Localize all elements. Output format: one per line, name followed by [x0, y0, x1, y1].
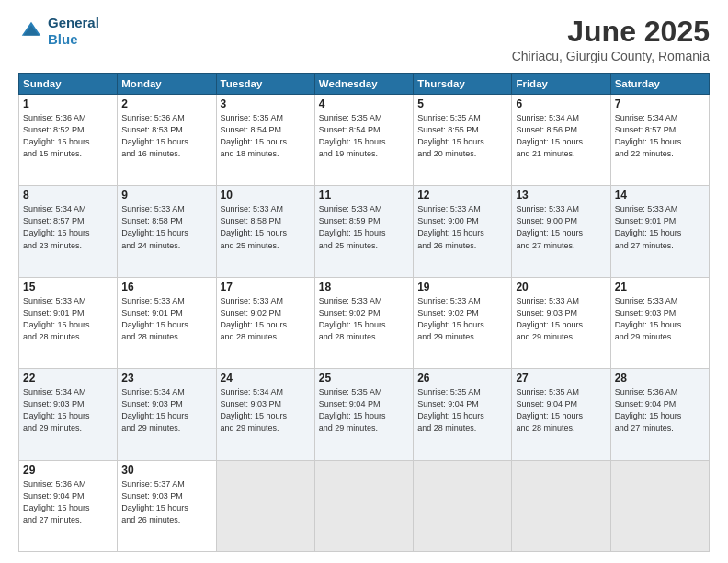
day-info: Sunrise: 5:33 AM Sunset: 8:58 PM Dayligh…	[121, 203, 211, 251]
day-number: 27	[516, 372, 606, 385]
title-block: June 2025 Chiriacu, Giurgiu County, Roma…	[512, 15, 710, 63]
day-info: Sunrise: 5:33 AM Sunset: 9:01 PM Dayligh…	[23, 295, 113, 343]
logo-icon	[18, 18, 44, 44]
day-info: Sunrise: 5:35 AM Sunset: 8:55 PM Dayligh…	[417, 112, 507, 160]
day-number: 28	[615, 372, 705, 385]
table-row	[414, 460, 512, 551]
table-row: 27Sunrise: 5:35 AM Sunset: 9:04 PM Dayli…	[512, 369, 610, 460]
calendar-row: 1Sunrise: 5:36 AM Sunset: 8:52 PM Daylig…	[19, 95, 710, 186]
day-number: 24	[221, 372, 311, 385]
table-row: 4Sunrise: 5:35 AM Sunset: 8:54 PM Daylig…	[314, 95, 413, 186]
table-row: 22Sunrise: 5:34 AM Sunset: 9:03 PM Dayli…	[19, 369, 118, 460]
table-row: 28Sunrise: 5:36 AM Sunset: 9:04 PM Dayli…	[610, 369, 709, 460]
day-number: 6	[516, 98, 606, 110]
table-row: 12Sunrise: 5:33 AM Sunset: 9:00 PM Dayli…	[414, 186, 512, 277]
day-info: Sunrise: 5:37 AM Sunset: 9:03 PM Dayligh…	[121, 478, 211, 526]
day-info: Sunrise: 5:34 AM Sunset: 9:03 PM Dayligh…	[221, 386, 311, 434]
day-number: 1	[23, 98, 113, 110]
logo-line2: Blue	[48, 31, 99, 48]
table-row: 14Sunrise: 5:33 AM Sunset: 9:01 PM Dayli…	[610, 186, 709, 277]
table-row: 25Sunrise: 5:35 AM Sunset: 9:04 PM Dayli…	[314, 369, 413, 460]
day-info: Sunrise: 5:33 AM Sunset: 9:03 PM Dayligh…	[615, 295, 705, 343]
location-title: Chiriacu, Giurgiu County, Romania	[512, 49, 710, 63]
calendar-row: 8Sunrise: 5:34 AM Sunset: 8:57 PM Daylig…	[19, 186, 710, 277]
calendar-row: 29Sunrise: 5:36 AM Sunset: 9:04 PM Dayli…	[19, 460, 710, 551]
day-info: Sunrise: 5:33 AM Sunset: 9:00 PM Dayligh…	[516, 203, 606, 251]
table-row: 8Sunrise: 5:34 AM Sunset: 8:57 PM Daylig…	[19, 186, 118, 277]
header-saturday: Saturday	[610, 74, 709, 95]
calendar-page: General Blue June 2025 Chiriacu, Giurgiu…	[0, 0, 728, 563]
table-row	[216, 460, 314, 551]
day-number: 18	[319, 281, 409, 293]
day-info: Sunrise: 5:33 AM Sunset: 9:02 PM Dayligh…	[221, 295, 311, 343]
table-row: 10Sunrise: 5:33 AM Sunset: 8:58 PM Dayli…	[216, 186, 314, 277]
header-row: Sunday Monday Tuesday Wednesday Thursday…	[19, 74, 710, 95]
day-info: Sunrise: 5:35 AM Sunset: 9:04 PM Dayligh…	[516, 386, 606, 434]
header-monday: Monday	[118, 74, 216, 95]
header-wednesday: Wednesday	[314, 74, 413, 95]
day-number: 30	[121, 464, 211, 477]
table-row: 29Sunrise: 5:36 AM Sunset: 9:04 PM Dayli…	[19, 460, 118, 551]
day-number: 2	[121, 98, 211, 110]
table-row	[314, 460, 413, 551]
day-number: 14	[615, 189, 705, 201]
table-row: 30Sunrise: 5:37 AM Sunset: 9:03 PM Dayli…	[118, 460, 216, 551]
page-header: General Blue June 2025 Chiriacu, Giurgiu…	[18, 15, 710, 63]
table-row: 24Sunrise: 5:34 AM Sunset: 9:03 PM Dayli…	[216, 369, 314, 460]
day-number: 12	[417, 189, 507, 201]
day-number: 21	[615, 281, 705, 293]
day-number: 19	[417, 281, 507, 293]
logo: General Blue	[18, 15, 99, 48]
header-friday: Friday	[512, 74, 610, 95]
day-info: Sunrise: 5:34 AM Sunset: 8:57 PM Dayligh…	[615, 112, 705, 160]
day-number: 8	[23, 189, 113, 201]
logo-line1: General	[48, 15, 99, 31]
table-row: 15Sunrise: 5:33 AM Sunset: 9:01 PM Dayli…	[19, 277, 118, 368]
table-row: 5Sunrise: 5:35 AM Sunset: 8:55 PM Daylig…	[414, 95, 512, 186]
table-row: 3Sunrise: 5:35 AM Sunset: 8:54 PM Daylig…	[216, 95, 314, 186]
day-info: Sunrise: 5:36 AM Sunset: 8:53 PM Dayligh…	[121, 112, 211, 160]
day-number: 22	[23, 372, 113, 385]
day-info: Sunrise: 5:35 AM Sunset: 8:54 PM Dayligh…	[221, 112, 311, 160]
table-row: 6Sunrise: 5:34 AM Sunset: 8:56 PM Daylig…	[512, 95, 610, 186]
day-number: 16	[121, 281, 211, 293]
day-info: Sunrise: 5:33 AM Sunset: 9:00 PM Dayligh…	[417, 203, 507, 251]
day-info: Sunrise: 5:33 AM Sunset: 9:02 PM Dayligh…	[319, 295, 409, 343]
day-number: 26	[417, 372, 507, 385]
day-number: 5	[417, 98, 507, 110]
day-number: 29	[23, 464, 113, 477]
header-sunday: Sunday	[19, 74, 118, 95]
header-thursday: Thursday	[414, 74, 512, 95]
calendar-row: 15Sunrise: 5:33 AM Sunset: 9:01 PM Dayli…	[19, 277, 710, 368]
day-info: Sunrise: 5:36 AM Sunset: 8:52 PM Dayligh…	[23, 112, 113, 160]
table-row	[610, 460, 709, 551]
table-row: 20Sunrise: 5:33 AM Sunset: 9:03 PM Dayli…	[512, 277, 610, 368]
calendar-table: Sunday Monday Tuesday Wednesday Thursday…	[18, 73, 710, 552]
day-info: Sunrise: 5:34 AM Sunset: 8:57 PM Dayligh…	[23, 203, 113, 251]
day-info: Sunrise: 5:33 AM Sunset: 9:01 PM Dayligh…	[615, 203, 705, 251]
day-info: Sunrise: 5:33 AM Sunset: 9:03 PM Dayligh…	[516, 295, 606, 343]
table-row: 26Sunrise: 5:35 AM Sunset: 9:04 PM Dayli…	[414, 369, 512, 460]
table-row	[512, 460, 610, 551]
table-row: 18Sunrise: 5:33 AM Sunset: 9:02 PM Dayli…	[314, 277, 413, 368]
day-number: 17	[221, 281, 311, 293]
table-row: 16Sunrise: 5:33 AM Sunset: 9:01 PM Dayli…	[118, 277, 216, 368]
day-number: 20	[516, 281, 606, 293]
table-row: 1Sunrise: 5:36 AM Sunset: 8:52 PM Daylig…	[19, 95, 118, 186]
table-row: 19Sunrise: 5:33 AM Sunset: 9:02 PM Dayli…	[414, 277, 512, 368]
day-info: Sunrise: 5:33 AM Sunset: 8:58 PM Dayligh…	[221, 203, 311, 251]
table-row: 17Sunrise: 5:33 AM Sunset: 9:02 PM Dayli…	[216, 277, 314, 368]
day-number: 11	[319, 189, 409, 201]
day-number: 10	[221, 189, 311, 201]
table-row: 13Sunrise: 5:33 AM Sunset: 9:00 PM Dayli…	[512, 186, 610, 277]
calendar-row: 22Sunrise: 5:34 AM Sunset: 9:03 PM Dayli…	[19, 369, 710, 460]
day-number: 15	[23, 281, 113, 293]
table-row: 21Sunrise: 5:33 AM Sunset: 9:03 PM Dayli…	[610, 277, 709, 368]
day-number: 25	[319, 372, 409, 385]
table-row: 11Sunrise: 5:33 AM Sunset: 8:59 PM Dayli…	[314, 186, 413, 277]
day-info: Sunrise: 5:35 AM Sunset: 8:54 PM Dayligh…	[319, 112, 409, 160]
table-row: 2Sunrise: 5:36 AM Sunset: 8:53 PM Daylig…	[118, 95, 216, 186]
day-info: Sunrise: 5:34 AM Sunset: 9:03 PM Dayligh…	[121, 386, 211, 434]
day-info: Sunrise: 5:33 AM Sunset: 8:59 PM Dayligh…	[319, 203, 409, 251]
day-info: Sunrise: 5:34 AM Sunset: 9:03 PM Dayligh…	[23, 386, 113, 434]
